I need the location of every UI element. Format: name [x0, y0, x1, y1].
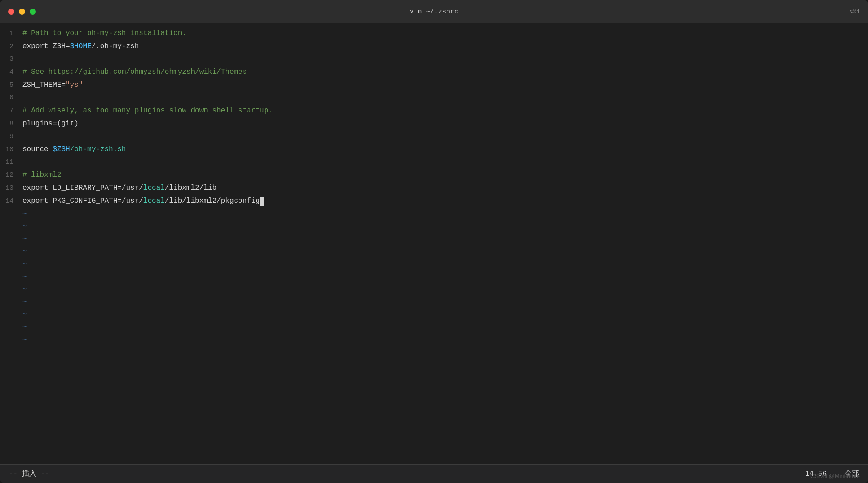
line-number-8: 8	[0, 118, 22, 130]
tilde-line-2: ~	[0, 220, 868, 233]
code-line-3: 3	[0, 53, 868, 66]
line-content-13: export LD_LIBRARY_PATH=/usr/local/libxml…	[22, 182, 868, 194]
string-5: "ys"	[66, 81, 83, 89]
comment-7: # Add wisely, as too many plugins slow d…	[22, 107, 273, 115]
statusbar: -- 插入 -- 14,56 全部	[0, 464, 868, 483]
path-14: local	[143, 197, 165, 205]
comment-4: # See https://github.com/ohmyzsh/ohmyzsh…	[22, 68, 247, 76]
tilde-8: ~	[22, 296, 27, 309]
code-container: 1 # Path to your oh-my-zsh installation.…	[0, 23, 868, 464]
code-line-13: 13 export LD_LIBRARY_PATH=/usr/local/lib…	[0, 182, 868, 195]
maximize-button[interactable]	[30, 9, 36, 15]
line-content-5: ZSH_THEME="ys"	[22, 79, 868, 91]
code-line-12: 12 # libxml2	[0, 169, 868, 182]
path-10: /oh-my-zsh.sh	[70, 145, 126, 153]
tilde-5: ~	[22, 258, 27, 271]
tilde-6: ~	[22, 271, 27, 283]
vim-window: vim ~/.zshrc ⌥⌘1 1 # Path to your oh-my-…	[0, 0, 868, 483]
line-content-1: # Path to your oh-my-zsh installation.	[22, 27, 868, 40]
close-button[interactable]	[8, 9, 14, 15]
line-content-8: plugins=(git)	[22, 117, 868, 130]
tilde-7: ~	[22, 283, 27, 296]
text-2: export ZSH=	[22, 42, 70, 50]
code-line-10: 10 source $ZSH/oh-my-zsh.sh	[0, 143, 868, 156]
code-line-2: 2 export ZSH=$HOME/.oh-my-zsh	[0, 40, 868, 53]
line-number-9: 9	[0, 130, 22, 143]
path-13: local	[143, 184, 165, 192]
tilde-line-7: ~	[0, 283, 868, 296]
text-5: ZSH_THEME=	[22, 81, 66, 89]
code-line-14: 14 export PKG_CONFIG_PATH=/usr/local/lib…	[0, 195, 868, 208]
tilde-line-4: ~	[0, 246, 868, 258]
tilde-line-9: ~	[0, 309, 868, 321]
tilde-line-8: ~	[0, 296, 868, 309]
text-13a: export LD_LIBRARY_PATH=/usr/	[22, 184, 143, 192]
line-number-1: 1	[0, 27, 22, 40]
tilde-line-6: ~	[0, 271, 868, 283]
window-title: vim ~/.zshrc	[410, 8, 458, 16]
tilde-line-5: ~	[0, 258, 868, 271]
tilde-2: ~	[22, 220, 27, 233]
traffic-lights	[8, 9, 36, 15]
comment-12: # libxml2	[22, 171, 61, 179]
line-content-12: # libxml2	[22, 169, 868, 181]
text-10: source	[22, 145, 53, 153]
line-number-14: 14	[0, 195, 22, 208]
line-number-7: 7	[0, 105, 22, 117]
tilde-10: ~	[22, 321, 27, 334]
line-content-2: export ZSH=$HOME/.oh-my-zsh	[22, 40, 868, 53]
code-line-6: 6	[0, 92, 868, 104]
line-number-12: 12	[0, 169, 22, 182]
line-content-10: source $ZSH/oh-my-zsh.sh	[22, 143, 868, 156]
tilde-line-11: ~	[0, 334, 868, 346]
line-number-6: 6	[0, 92, 22, 104]
text-13b: /libxml2/lib	[165, 184, 217, 192]
comment-1: # Path to your oh-my-zsh installation.	[22, 29, 186, 37]
line-content-14: export PKG_CONFIG_PATH=/usr/local/lib/li…	[22, 195, 868, 207]
code-line-11: 11	[0, 156, 868, 169]
line-number-2: 2	[0, 40, 22, 53]
window-shortcut: ⌥⌘1	[850, 8, 860, 15]
line-number-3: 3	[0, 53, 22, 66]
tilde-1: ~	[22, 208, 27, 220]
tilde-9: ~	[22, 309, 27, 321]
var-zsh: $ZSH	[53, 145, 70, 153]
text-14b: /lib/libxml2/pkgconfig	[165, 197, 260, 205]
watermark: CSDN @Mintimate	[810, 473, 860, 479]
tilde-line-1: ~	[0, 208, 868, 220]
var-home: $HOME	[70, 42, 92, 50]
line-number-5: 5	[0, 79, 22, 92]
line-number-4: 4	[0, 66, 22, 79]
cursor	[260, 197, 264, 206]
text-2b: /.oh-my-zsh	[92, 42, 139, 50]
code-line-7: 7 # Add wisely, as too many plugins slow…	[0, 104, 868, 117]
tilde-3: ~	[22, 233, 27, 246]
titlebar: vim ~/.zshrc ⌥⌘1	[0, 0, 868, 23]
code-line-4: 4 # See https://github.com/ohmyzsh/ohmyz…	[0, 66, 868, 79]
tilde-4: ~	[22, 246, 27, 258]
code-line-1: 1 # Path to your oh-my-zsh installation.	[0, 27, 868, 40]
text-8: plugins=(git)	[22, 120, 79, 128]
line-number-10: 10	[0, 143, 22, 156]
editor-area[interactable]: 1 # Path to your oh-my-zsh installation.…	[0, 23, 868, 483]
code-line-5: 5 ZSH_THEME="ys"	[0, 79, 868, 92]
text-14a: export PKG_CONFIG_PATH=/usr/	[22, 197, 143, 205]
tilde-line-10: ~	[0, 321, 868, 334]
line-number-13: 13	[0, 182, 22, 195]
code-line-8: 8 plugins=(git)	[0, 117, 868, 130]
tilde-line-3: ~	[0, 233, 868, 246]
tilde-11: ~	[22, 334, 27, 346]
code-line-9: 9	[0, 130, 868, 143]
line-content-7: # Add wisely, as too many plugins slow d…	[22, 104, 868, 117]
line-content-4: # See https://github.com/ohmyzsh/ohmyzsh…	[22, 66, 868, 78]
minimize-button[interactable]	[19, 9, 25, 15]
line-number-11: 11	[0, 156, 22, 169]
status-mode: -- 插入 --	[9, 469, 49, 479]
